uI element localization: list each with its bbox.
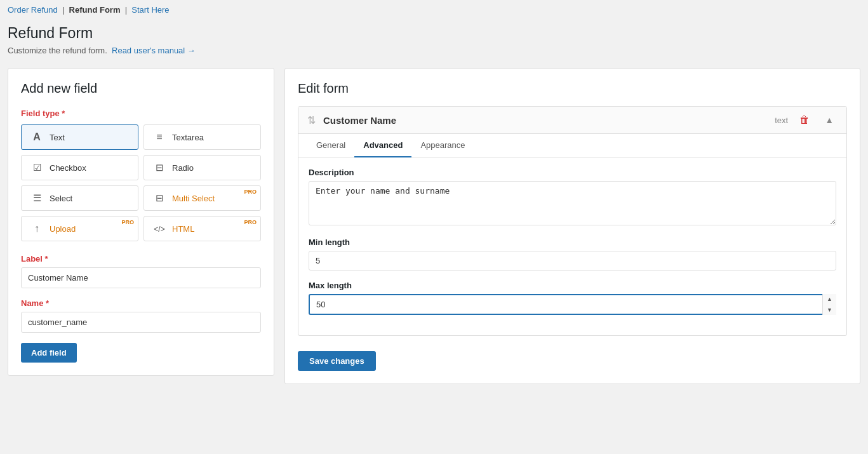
edit-form-title: Edit form [298,81,847,96]
label-input[interactable] [21,267,261,288]
name-input[interactable] [21,312,261,333]
field-type-textarea-label: Textarea [172,133,204,142]
add-field-button[interactable]: Add field [21,343,77,363]
field-type-text-label: Text [50,133,65,142]
tab-general[interactable]: General [307,134,354,157]
min-length-group: Min length [309,237,836,270]
field-type-select[interactable]: Select [21,185,138,211]
field-type-multiselect-label: Multi Select [172,194,215,203]
min-length-label: Min length [309,237,836,247]
field-type-html-label: HTML [172,224,194,234]
field-row: ⇅ Customer Name text 🗑 ▲ General Advance… [298,106,847,336]
max-length-input[interactable] [309,294,836,315]
multiselect-pro-badge: PRO [244,189,257,195]
spinner-down[interactable]: ▼ [823,305,836,316]
add-field-title: Add new field [21,81,261,96]
field-row-header: ⇅ Customer Name text 🗑 ▲ [298,107,846,134]
field-row-type: text [775,116,788,125]
radio-icon [153,162,166,173]
multiselect-icon [153,192,166,204]
textarea-icon [153,131,166,143]
field-type-text[interactable]: Text [21,124,138,150]
label-field-label: Label * [21,254,261,264]
field-type-grid: Text Textarea Checkbox Radio Select [21,124,261,241]
field-row-name: Customer Name [323,115,767,126]
field-tabs: General Advanced Appearance [298,134,846,157]
breadcrumb-current: Refund Form [69,5,121,15]
page-title: Refund Form [8,25,860,42]
field-type-html[interactable]: HTML PRO [144,216,261,241]
tab-appearance[interactable]: Appearance [411,134,474,157]
select-icon [30,192,43,204]
label-group: Label * [21,254,261,288]
max-length-wrap: ▲ ▼ [309,294,836,315]
number-spinners: ▲ ▼ [822,294,836,315]
page-description: Customize the refund form. Read user's m… [8,46,860,55]
delete-field-button[interactable]: 🗑 [796,113,813,127]
description-label: Description [309,168,836,177]
field-type-textarea[interactable]: Textarea [144,124,261,150]
page-header: Refund Form Customize the refund form. R… [0,20,868,63]
manual-link[interactable]: Read user's manual → [112,46,196,55]
field-type-upload-label: Upload [50,224,76,234]
field-type-group: Field type * Text Textarea Checkbox [21,109,261,241]
tab-content-advanced: Description Enter your name and surname … [298,157,846,335]
breadcrumb: Order Refund | Refund Form | Start Here [0,0,868,20]
min-length-input[interactable] [309,251,836,270]
field-type-multiselect[interactable]: Multi Select PRO [144,185,261,211]
field-type-checkbox[interactable]: Checkbox [21,155,138,180]
max-length-label: Max length [309,281,836,290]
checkbox-icon [30,162,43,173]
collapse-field-button[interactable]: ▲ [821,114,838,126]
upload-icon [30,223,43,234]
breadcrumb-order-refund[interactable]: Order Refund [8,5,58,15]
breadcrumb-start-here[interactable]: Start Here [131,5,169,15]
field-type-upload[interactable]: Upload PRO [21,216,138,241]
drag-icon[interactable]: ⇅ [307,114,316,126]
description-textarea[interactable]: Enter your name and surname [309,181,836,225]
max-length-group: Max length ▲ ▼ [309,281,836,315]
upload-pro-badge: PRO [121,219,134,225]
spinner-up[interactable]: ▲ [823,294,836,305]
text-icon [30,131,43,143]
html-icon [153,223,166,234]
field-type-checkbox-label: Checkbox [50,163,86,173]
name-group: Name * [21,298,261,333]
description-group: Description Enter your name and surname [309,168,836,227]
tab-advanced[interactable]: Advanced [354,134,411,157]
field-type-radio[interactable]: Radio [144,155,261,180]
field-type-select-label: Select [50,194,72,203]
field-type-radio-label: Radio [172,163,194,173]
field-type-label: Field type * [21,109,261,118]
edit-form-panel: Edit form ⇅ Customer Name text 🗑 ▲ Gener… [284,68,860,384]
name-field-label: Name * [21,298,261,308]
save-changes-button[interactable]: Save changes [298,351,376,371]
main-layout: Add new field Field type * Text Textarea… [0,63,868,389]
add-field-panel: Add new field Field type * Text Textarea… [8,68,274,376]
html-pro-badge: PRO [244,219,257,225]
